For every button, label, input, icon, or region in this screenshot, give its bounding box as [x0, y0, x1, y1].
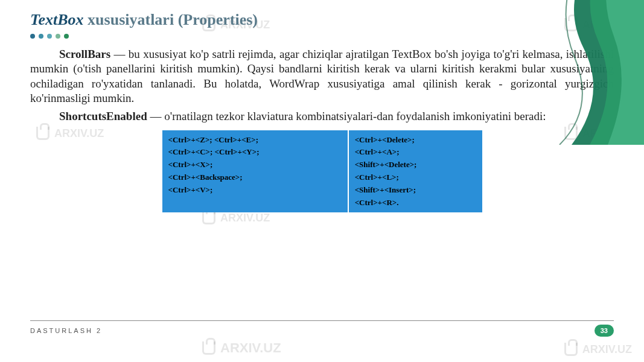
slide-footer: DASTURLASH 2 33 — [30, 320, 614, 337]
slide-content: TextBox xususiyatlari (Properties) Scrol… — [0, 0, 644, 212]
footer-divider — [30, 320, 614, 321]
term-shortcutsenabled: ShortcutsEnabled — [59, 110, 147, 122]
shortcuts-col2: <Ctrl>+<Delete>; <Ctrl>+<A>; <Shift>+<De… — [348, 130, 482, 213]
paragraph1-text: — bu xususiyat ko'p satrli rejimda, agar… — [30, 48, 614, 104]
footer-content: DASTURLASH 2 33 — [30, 325, 614, 337]
paragraph2-text: — o'rnatilagn tezkor klaviatura kombinat… — [147, 110, 546, 122]
title-rest-part: xususiyatlari (Properties) — [84, 11, 258, 28]
footer-label: DASTURLASH 2 — [30, 327, 102, 334]
watermark: ARXIV.UZ — [202, 340, 281, 356]
lock-icon — [564, 343, 578, 356]
shortcuts-table: <Ctrl>+<Z>; <Ctrl>+<E>; <Ctrl>+<C>; <Ctr… — [162, 130, 482, 213]
paragraph-shortcuts: ShortcutsEnabled — o'rnatilagn tezkor kl… — [30, 109, 614, 124]
page-number-badge: 33 — [595, 325, 614, 337]
paragraph-scrollbars: ScrollBars — bu xususiyat ko'p satrli re… — [30, 47, 614, 106]
dot-icon — [47, 34, 52, 39]
term-scrollbars: ScrollBars — [59, 48, 110, 60]
dot-icon — [64, 34, 69, 39]
watermark: ARXIV.UZ — [202, 211, 270, 224]
dot-icon — [56, 34, 60, 39]
title-italic-part: TextBox — [30, 11, 84, 28]
table-row: <Ctrl>+<Z>; <Ctrl>+<E>; <Ctrl>+<C>; <Ctr… — [162, 130, 482, 213]
accent-dots — [30, 34, 614, 39]
dot-icon — [30, 34, 35, 39]
dot-icon — [39, 34, 43, 39]
lock-icon — [202, 211, 215, 224]
page-title: TextBox xususiyatlari (Properties) — [30, 11, 614, 29]
shortcuts-col1: <Ctrl>+<Z>; <Ctrl>+<E>; <Ctrl>+<C>; <Ctr… — [162, 130, 348, 213]
lock-icon — [202, 341, 215, 355]
watermark: ARXIV.UZ — [564, 343, 632, 356]
